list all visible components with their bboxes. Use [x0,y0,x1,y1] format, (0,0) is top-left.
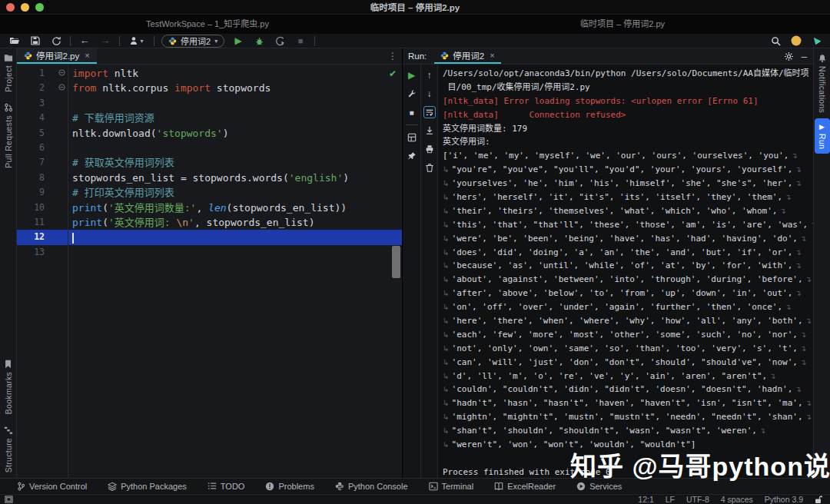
tool-button-problems[interactable]: Problems [265,482,314,491]
back-arrow-icon[interactable]: ← [78,35,91,47]
ide-logo-icon[interactable] [810,35,824,47]
code-line[interactable]: import nltk [72,66,387,81]
tab-options-icon[interactable]: ⋮ [388,51,397,61]
sidebar-item-run[interactable]: ▶ Run [815,118,830,154]
line-number[interactable]: 6 [17,141,54,155]
editor-scrollbar[interactable] [392,246,400,278]
stop-process-button[interactable]: ■ [406,106,418,118]
line-number[interactable]: 1 [17,66,54,81]
editor-tab[interactable]: 停用词2.py × [17,48,97,64]
tool-window-switcher-icon[interactable] [5,496,13,503]
minimize-panel-icon[interactable]: – [802,51,807,62]
code-line[interactable] [72,141,387,155]
line-number[interactable]: 4 [17,111,54,125]
line-number[interactable]: 12 [17,230,54,244]
code-line[interactable]: from nltk.corpus import stopwords [72,81,387,95]
pin-tab-icon[interactable] [406,150,418,162]
run-button[interactable]: ▶ [231,35,245,47]
soft-wrap-icon[interactable] [423,106,436,118]
zhihu-watermark: 知乎 @马哥python说 [570,446,830,483]
down-stacktrace-icon[interactable]: ↓ [423,88,436,100]
code-line[interactable] [72,230,387,244]
stop-button[interactable]: ■ [294,35,307,47]
code-line[interactable]: # 打印英文停用词列表 [72,185,387,200]
code-line[interactable] [72,245,387,260]
console-line: 目/00_tmp/收集停用词/停用词2.py [443,81,813,94]
coverage-button[interactable] [273,35,287,47]
stripe-label: Bookmarks [4,372,13,414]
tool-button-version-control[interactable]: Version Control [17,482,87,491]
code-line[interactable]: print('英文停用词数量:', len(stopwords_en_list)… [72,201,387,215]
line-number[interactable]: 8 [17,171,54,185]
user-dropdown-icon[interactable]: ▾ [127,35,147,47]
open-folder-icon[interactable] [8,35,22,47]
lock-icon[interactable] [815,496,822,504]
tool-button-terminal[interactable]: Terminal [429,482,474,491]
sync-icon[interactable] [49,35,63,47]
line-number[interactable]: 2 [17,81,54,95]
line-number[interactable]: 7 [17,155,54,170]
code-line[interactable] [72,96,387,111]
sidebar-item-bookmarks[interactable]: Bookmarks [4,354,13,419]
settings-gear-icon[interactable] [784,51,794,61]
code-line[interactable]: print('英文停用词: \n', stopwords_en_list) [72,215,387,230]
debug-button[interactable] [252,35,266,47]
menubar-title: 临时项目 – 停用词2.py [0,1,830,13]
console-line: ↳ 'here', 'there', 'when', 'where', 'why… [443,314,813,328]
inspection-ok-icon[interactable]: ✔ [389,68,397,79]
console-line: 英文停用词数量: 179 [443,122,813,136]
save-all-icon[interactable] [28,35,42,47]
sidebar-item-project[interactable]: Project [4,48,13,98]
caret-position[interactable]: 12:1 [638,495,653,504]
console-line: ['i', 'me', 'my', 'myself', 'we', 'our',… [443,149,813,163]
editor-body[interactable]: 12345678910111213 import nltkfrom nltk.c… [17,65,402,478]
run-console-output[interactable]: /Users/solo/opt/anaconda3/bin/python /Us… [438,65,813,478]
line-separator[interactable]: LF [666,495,675,504]
code-area[interactable]: import nltkfrom nltk.corpus import stopw… [72,66,387,260]
book-icon [494,482,503,491]
code-line[interactable]: # 获取英文停用词列表 [72,155,387,170]
python-icon [24,51,32,60]
code-line[interactable]: # 下载停用词资源 [72,111,387,125]
sidebar-item-pull-requests[interactable]: Pull Requests [4,98,13,174]
restore-layout-icon[interactable] [406,131,418,144]
python-icon [335,482,344,491]
line-number[interactable]: 9 [17,185,54,200]
line-number[interactable]: 11 [17,215,54,230]
clear-console-icon[interactable] [423,161,436,174]
fold-marker-icon[interactable] [58,84,65,91]
editor-gutter[interactable]: 12345678910111213 [17,66,54,260]
line-number[interactable]: 5 [17,126,54,141]
scroll-to-end-icon[interactable] [423,124,436,137]
indent-setting[interactable]: 4 spaces [721,495,753,504]
pycharm-window: 临时项目 – 停用词2.py TestWorkSpace – 1_知乎爬虫.py… [0,0,830,504]
line-number[interactable]: 10 [17,201,54,215]
file-encoding[interactable]: UTF-8 [686,495,709,504]
console-line: ↳ 'can', 'will', 'just', 'don', "don't",… [443,356,813,370]
up-stacktrace-icon[interactable]: ↑ [423,69,436,81]
window-titlebar[interactable]: TestWorkSpace – 1_知乎爬虫.py 临时项目 – 停用词2.py [0,15,830,34]
close-tab-icon[interactable]: × [490,51,494,60]
run-configuration-selector[interactable]: 停用词2 ▾ [161,35,224,48]
tool-button-excelreader[interactable]: ExcelReader [494,482,556,491]
search-everywhere-icon[interactable] [769,35,782,47]
tool-button-todo[interactable]: TODO [208,482,245,491]
console-line: ↳ "hadn't", 'hasn', "hasn't", 'haven', "… [443,396,813,410]
code-line[interactable]: stopwords_en_list = stopwords.words('eng… [72,171,387,185]
rerun-button[interactable]: ▶ [406,69,418,81]
edit-configuration-icon[interactable] [406,88,418,100]
fold-marker-icon[interactable] [58,69,65,76]
close-tab-icon[interactable]: × [85,51,89,60]
line-number[interactable]: 13 [17,245,54,260]
tool-button-python-console[interactable]: Python Console [335,482,408,491]
line-number[interactable]: 3 [17,96,54,111]
sidebar-item-structure[interactable]: Structure [4,420,13,478]
interpreter[interactable]: Python 3.9 [765,495,803,504]
print-icon[interactable] [423,143,436,155]
code-line[interactable]: nltk.download('stopwords') [72,126,387,141]
forward-arrow-icon[interactable]: → [98,35,112,47]
run-tab[interactable]: 停用词2 × [434,48,500,64]
tool-button-python-packages[interactable]: Python Packages [108,482,187,491]
sidebar-item-notifications[interactable]: Notifications [818,48,827,118]
account-avatar[interactable] [789,35,803,47]
